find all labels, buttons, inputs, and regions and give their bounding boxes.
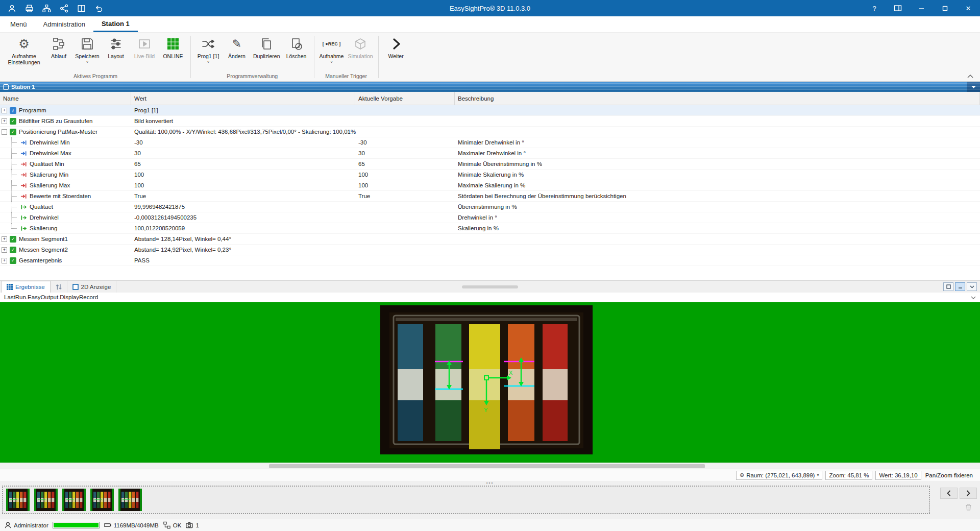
param-in-blue-icon: [20, 150, 28, 157]
tab-ergebnisse[interactable]: Ergebnisse: [1, 281, 51, 293]
result-row-drehwinkel-max[interactable]: Drehwinkel Max3030Maximaler Drehwinkel i…: [0, 148, 980, 159]
row-beschreibung: Stördaten bei Berechnung der Übereinstim…: [455, 193, 980, 199]
result-row-skalierung-min[interactable]: Skalierung Min100100Minimale Skalierung …: [0, 170, 980, 180]
ribbon-button-weiter[interactable]: Weiter: [382, 34, 410, 60]
result-row-positionierung-patmax-muster[interactable]: -✓Positionierung PatMax-MusterQualität: …: [0, 127, 980, 137]
tree-expand-toggle[interactable]: +: [2, 247, 7, 253]
coordinate-space-selector[interactable]: ⊕ Raum: (275,021, 643,899) ▾: [736, 471, 823, 480]
tree-expand-toggle[interactable]: -: [2, 129, 7, 135]
split-view-icon[interactable]: [77, 4, 86, 13]
trash-icon: [965, 503, 972, 511]
column-header-wert[interactable]: Wert: [131, 92, 355, 105]
result-row-bewerte-mit-stoerdaten[interactable]: Bewerte mit StoerdatenTrueTrueStördaten …: [0, 191, 980, 202]
column-header-vorgabe[interactable]: Aktuelle Vorgabe: [355, 92, 455, 105]
filmstrip-thumbnail-3[interactable]: [62, 489, 86, 511]
tree-expand-toggle[interactable]: +: [2, 258, 7, 263]
record-chevron-icon[interactable]: [971, 295, 976, 301]
panel-maximize-button[interactable]: [943, 282, 953, 291]
panel-toggle-button[interactable]: [886, 0, 910, 16]
scrollbar-thumb[interactable]: [269, 464, 705, 468]
panel-minimize-button[interactable]: [955, 282, 965, 291]
help-button[interactable]: ?: [863, 0, 886, 16]
ribbon-collapse-icon[interactable]: [967, 73, 975, 79]
ribbon-button-l-schen[interactable]: Löschen: [282, 34, 311, 60]
tab-station-1[interactable]: Station 1: [93, 16, 138, 32]
ribbon-button-layout[interactable]: Layout: [102, 34, 130, 60]
live-icon: [138, 36, 151, 52]
user-icon[interactable]: [7, 4, 16, 13]
row-wert: Abstand= 124,92Pixel, Winkel= 0,23°: [131, 247, 355, 253]
column-header-name[interactable]: Name: [0, 92, 131, 105]
viewer-horizontal-scrollbar[interactable]: [0, 463, 980, 469]
pan-zoom-lock-toggle[interactable]: Pan/Zoom fixieren: [924, 472, 974, 478]
tab-sort[interactable]: [51, 281, 67, 293]
delete-icon: [290, 36, 303, 52]
filmstrip-gap: [0, 515, 980, 519]
filmstrip-thumbnail-5[interactable]: [118, 489, 142, 511]
result-row-messen-segment2[interactable]: +✓Messen Segment2Abstand= 124,92Pixel, W…: [0, 245, 980, 255]
tree-expand-toggle[interactable]: +: [2, 236, 7, 242]
user-icon: [4, 521, 12, 529]
ribbon-button-ablauf[interactable]: Ablauf: [44, 34, 73, 60]
window-title: EasySightPro® 3D 11.0.3.0: [0, 5, 980, 12]
param-out-icon: [20, 214, 28, 222]
ribbon-button-speichern[interactable]: Speichern˅: [73, 34, 102, 65]
station-icon: [3, 84, 9, 90]
result-row-messen-segment1[interactable]: +✓Messen Segment1Abstand= 128,14Pixel, W…: [0, 234, 980, 245]
tab-administration[interactable]: Administration: [35, 16, 93, 32]
tab-2d-anzeige[interactable]: 2D Anzeige: [67, 281, 117, 293]
ribbon-button-aufnahme[interactable]: [ ●REC ]Aufnahme˅: [317, 34, 346, 65]
filmstrip-thumbnail-4[interactable]: [90, 489, 114, 511]
memory-usage-text: 1169MB/4049MB: [114, 522, 159, 528]
result-row-qualitaet-min[interactable]: Qualitaet Min6565Minimale Übereinstimmun…: [0, 159, 980, 170]
filmstrip-next-button[interactable]: [960, 488, 977, 499]
close-button[interactable]: ✕: [957, 0, 980, 16]
ribbon-button-online[interactable]: ONLINE: [159, 34, 187, 60]
ribbon-button-prog1-1[interactable]: Prog1 [1]˅: [194, 34, 223, 65]
undo-icon[interactable]: [94, 4, 103, 13]
result-row-skalierung-max[interactable]: Skalierung Max100100Maximale Skalierung …: [0, 180, 980, 191]
result-row-drehwinkel-min[interactable]: Drehwinkel Min-30-30Minimaler Drehwinkel…: [0, 137, 980, 148]
station-dropdown-button[interactable]: [967, 82, 980, 92]
ribbon-group-aktives-programm: ⚙Aufnahme EinstellungenAblaufSpeichern˅L…: [2, 33, 189, 81]
result-row-skalierung[interactable]: Skalierung100,012208520059Skalierung in …: [0, 223, 980, 234]
filmstrip-prev-button[interactable]: [940, 488, 958, 499]
result-row-qualitaet[interactable]: Qualitaet99,9969482421875Übereinstimmung…: [0, 202, 980, 212]
result-row-gesamtergebnis[interactable]: +✓GesamtergebnisPASS: [0, 255, 980, 266]
duplicate-icon: [260, 36, 273, 52]
camera-icon: [185, 521, 193, 529]
tree-expand-toggle[interactable]: +: [2, 108, 7, 113]
row-wert: PASS: [131, 257, 355, 263]
param-in-red-icon: [20, 171, 28, 179]
shuffle-icon: [202, 36, 215, 52]
share-icon[interactable]: [59, 4, 68, 13]
cube-icon: [354, 36, 367, 52]
topology-icon[interactable]: [42, 4, 51, 13]
printer-icon[interactable]: [24, 4, 34, 13]
result-row-bildfilter-rgb-zu-graustufen[interactable]: +✓Bildfilter RGB zu GraustufenBild konve…: [0, 116, 980, 127]
zoom-field[interactable]: Zoom: 45,81 %: [825, 471, 872, 480]
station-label: Station 1: [11, 84, 35, 90]
column-header-beschreibung[interactable]: Beschreibung: [455, 92, 980, 105]
result-row-programm[interactable]: +iProgrammProg1 [1]: [0, 105, 980, 116]
filmstrip-thumbnail-2[interactable]: [34, 489, 58, 511]
panel-splitter-handle[interactable]: [462, 285, 518, 288]
filmstrip-splitter[interactable]: •••: [0, 481, 980, 485]
ribbon-button-duplizieren[interactable]: Duplizieren: [251, 34, 282, 60]
maximize-button[interactable]: [933, 0, 957, 16]
filmstrip-thumbnail-1[interactable]: [6, 489, 30, 511]
panel-collapse-button[interactable]: [967, 282, 977, 291]
image-viewer-canvas[interactable]: XY: [0, 302, 980, 463]
check-icon: ✓: [9, 257, 17, 264]
ribbon-separator: [314, 36, 314, 78]
minimize-button[interactable]: [910, 0, 933, 16]
filmstrip-delete-button[interactable]: [960, 501, 977, 513]
ribbon-group-programmverwaltung: Prog1 [1]˅✎ÄndernDuplizierenLöschenProgr…: [192, 33, 312, 81]
row-beschreibung: Minimale Skalierung in %: [455, 172, 980, 178]
tree-expand-toggle[interactable]: +: [2, 118, 7, 124]
tab-menu[interactable]: Menü: [2, 16, 35, 32]
gear-icon: ⚙: [18, 36, 30, 52]
ribbon-button-aufnahme-einstellungen[interactable]: ⚙Aufnahme Einstellungen: [4, 34, 44, 66]
ribbon-button-ndern[interactable]: ✎Ändern: [223, 34, 251, 60]
result-row-drehwinkel[interactable]: Drehwinkel-0,00031261494500235Drehwinkel…: [0, 212, 980, 223]
